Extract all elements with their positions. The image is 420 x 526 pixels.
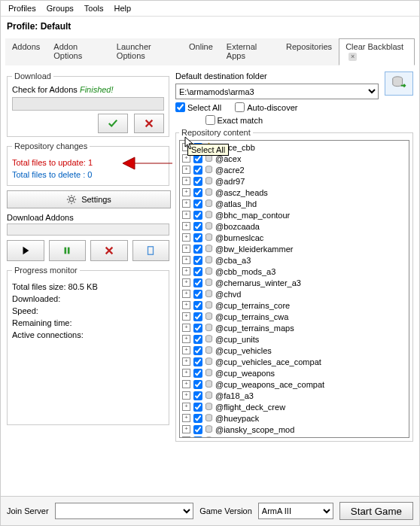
tree-item[interactable]: +@cbb_mods_a3 <box>181 266 408 277</box>
auto-discover-checkbox[interactable]: Auto-discover <box>235 102 297 112</box>
expand-icon[interactable]: + <box>182 369 190 377</box>
tree-item[interactable]: +@cup_units <box>181 333 408 345</box>
expand-icon[interactable]: + <box>182 233 190 242</box>
expand-icon[interactable]: + <box>182 290 190 298</box>
exact-match-checkbox[interactable]: Exact match <box>205 115 263 125</box>
expand-icon[interactable]: + <box>182 312 190 321</box>
tree-item[interactable]: +@bhc_map_contour <box>181 209 408 220</box>
files-to-delete-link[interactable]: Total files to delete : 0 <box>12 169 164 181</box>
tree-item[interactable]: +@adr97 <box>181 175 408 187</box>
dest-folder-select[interactable]: E:\armamods\arma3 <box>175 84 379 99</box>
tree-item[interactable]: +@cup_terrains_core <box>181 299 408 311</box>
tree-item-checkbox[interactable] <box>193 425 202 434</box>
expand-icon[interactable]: + <box>182 324 190 332</box>
tab-clear-backblast[interactable]: Clear Backblast× <box>339 38 415 65</box>
expand-icon[interactable]: + <box>182 425 190 433</box>
expand-icon[interactable]: + <box>182 245 190 253</box>
stop-button[interactable] <box>90 240 128 261</box>
tab-online[interactable]: Online <box>182 38 220 65</box>
tree-item-checkbox[interactable] <box>193 436 202 439</box>
tree-item-checkbox[interactable] <box>193 245 202 254</box>
tree-item[interactable]: +@chernarus_winter_a3 <box>181 277 408 288</box>
tree-item-checkbox[interactable] <box>193 324 202 333</box>
files-to-update-link[interactable]: Total files to update: 1 <box>12 157 164 169</box>
tab-addon-options[interactable]: Addon Options <box>47 38 110 65</box>
tree-item[interactable]: +@bozcaada <box>181 220 408 232</box>
tree-item-checkbox[interactable] <box>193 380 202 389</box>
expand-icon[interactable]: + <box>182 391 190 400</box>
tree-item-checkbox[interactable] <box>193 188 202 197</box>
tree-item[interactable]: +@cup_vehicles <box>181 345 408 356</box>
expand-icon[interactable]: + <box>182 380 190 388</box>
tree-item-checkbox[interactable] <box>193 357 202 366</box>
start-game-button[interactable]: Start Game <box>339 502 413 520</box>
game-version-select[interactable]: ArmA III <box>258 503 333 519</box>
tree-item-checkbox[interactable] <box>193 267 202 276</box>
tree-item[interactable]: +@cup_terrains_maps <box>181 322 408 333</box>
db-export-button[interactable] <box>385 71 413 96</box>
menu-help[interactable]: Help <box>109 2 135 14</box>
tree-item-checkbox[interactable] <box>193 403 202 412</box>
expand-icon[interactable]: + <box>182 256 190 264</box>
expand-icon[interactable]: + <box>182 346 190 354</box>
menu-profiles[interactable]: Profiles <box>4 2 41 14</box>
tree-item[interactable]: +@cba_a3 <box>181 254 408 266</box>
tree-item-checkbox[interactable] <box>193 369 202 378</box>
menu-tools[interactable]: Tools <box>80 2 108 14</box>
tree-item[interactable]: +@cup_vehicles_ace_compat <box>181 356 408 367</box>
tab-repositories[interactable]: Repositories <box>279 38 339 65</box>
tab-external-apps[interactable]: External Apps <box>220 38 279 65</box>
expand-icon[interactable]: + <box>182 222 190 230</box>
expand-icon[interactable]: + <box>182 267 190 275</box>
tree-item[interactable]: +@iansky_scope_mod <box>181 424 408 435</box>
expand-icon[interactable]: + <box>182 188 190 196</box>
check-accept-button[interactable] <box>98 114 128 133</box>
tree-item-checkbox[interactable] <box>193 211 202 220</box>
play-button[interactable] <box>7 240 44 261</box>
tree-item-checkbox[interactable] <box>193 391 202 400</box>
tree-item-checkbox[interactable] <box>193 301 202 310</box>
tree-item-checkbox[interactable] <box>193 346 202 355</box>
tree-item-checkbox[interactable] <box>193 414 202 423</box>
expand-icon[interactable]: + <box>182 177 190 185</box>
close-tab-icon[interactable]: × <box>348 53 357 61</box>
expand-icon[interactable]: + <box>182 199 190 208</box>
join-server-select[interactable] <box>55 503 194 519</box>
tree-item[interactable]: +@fa18_a3 <box>181 390 408 401</box>
tree-item[interactable]: +@cup_weapons_ace_compat <box>181 379 408 390</box>
tree-item[interactable]: +@cup_terrains_cwa <box>181 311 408 322</box>
tree-item[interactable]: +@acre2 <box>181 164 408 175</box>
menu-groups[interactable]: Groups <box>42 2 78 14</box>
tree-item[interactable]: +@hueypack <box>181 412 408 424</box>
tab-addons[interactable]: Addons <box>5 38 47 65</box>
select-all-checkbox[interactable]: Select All <box>175 102 221 112</box>
expand-icon[interactable]: + <box>182 335 190 343</box>
expand-icon[interactable]: + <box>182 357 190 366</box>
tree-item[interactable]: +@ascz_heads <box>181 187 408 198</box>
expand-icon[interactable]: + <box>182 278 190 287</box>
tree-item-checkbox[interactable] <box>193 199 202 208</box>
tree-item-checkbox[interactable] <box>193 335 202 344</box>
expand-icon[interactable]: + <box>182 301 190 309</box>
tree-item[interactable]: +@atlas_lhd <box>181 198 408 209</box>
tree-item[interactable]: +@bw_kleiderkammer <box>181 243 408 254</box>
tree-item-checkbox[interactable] <box>193 256 202 265</box>
tree-item[interactable]: +@cup_weapons <box>181 367 408 379</box>
tab-launcher-options[interactable]: Launcher Options <box>110 38 182 65</box>
check-cancel-button[interactable] <box>134 114 164 133</box>
report-button[interactable] <box>132 240 170 261</box>
tree-item-checkbox[interactable] <box>193 233 202 242</box>
tree-item-checkbox[interactable] <box>193 222 202 231</box>
tree-item-checkbox[interactable] <box>193 278 202 287</box>
expand-icon[interactable]: + <box>182 414 190 422</box>
tree-item[interactable]: +@isladuala_a3 <box>181 435 408 438</box>
tree-item-checkbox[interactable] <box>193 290 202 299</box>
tree-item-checkbox[interactable] <box>193 312 202 321</box>
settings-button[interactable]: Settings <box>7 190 171 208</box>
tree-item[interactable]: +@burneslcac <box>181 232 408 243</box>
tree-item-checkbox[interactable] <box>193 177 202 186</box>
expand-icon[interactable]: + <box>182 211 190 219</box>
tree-item[interactable]: +@flight_deck_crew <box>181 401 408 412</box>
expand-icon[interactable]: + <box>182 436 190 438</box>
expand-icon[interactable]: + <box>182 166 190 174</box>
